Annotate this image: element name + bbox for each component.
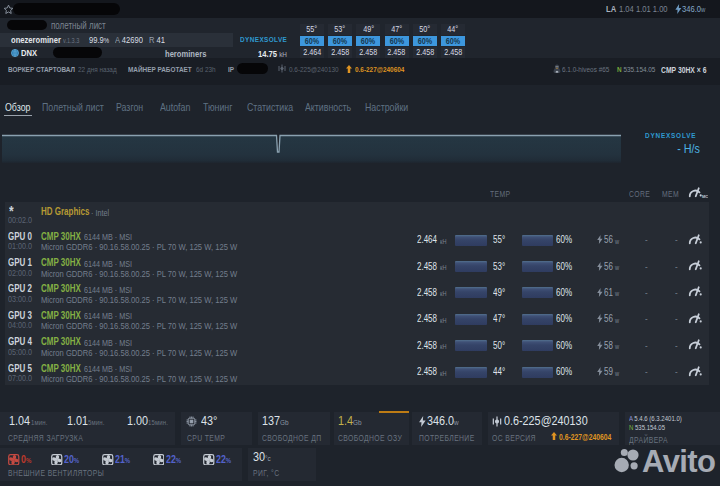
svg-text:MCU: MCU [702, 194, 708, 199]
svg-text:Avito: Avito [642, 444, 715, 476]
